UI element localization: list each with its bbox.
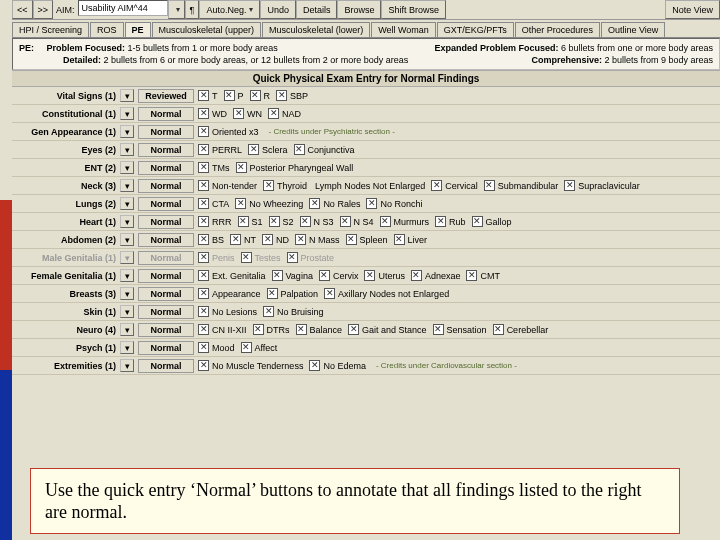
finding-checkbox[interactable]: ✕ (348, 324, 359, 335)
finding-checkbox[interactable]: ✕ (198, 306, 209, 317)
expand-button[interactable]: ▾ (120, 323, 134, 336)
normal-button[interactable]: Normal (138, 269, 194, 283)
normal-button[interactable]: Normal (138, 359, 194, 373)
finding-checkbox[interactable]: ✕ (340, 216, 351, 227)
normal-button[interactable]: Normal (138, 215, 194, 229)
finding-checkbox[interactable]: ✕ (198, 216, 209, 227)
finding-checkbox[interactable]: ✕ (346, 234, 357, 245)
tab-gxt-ekg-pfts[interactable]: GXT/EKG/PFTs (437, 22, 514, 37)
finding-checkbox[interactable]: ✕ (248, 144, 259, 155)
finding-checkbox[interactable]: ✕ (198, 126, 209, 137)
finding-checkbox[interactable]: ✕ (296, 324, 307, 335)
tab-other-procedures[interactable]: Other Procedures (515, 22, 600, 37)
normal-button[interactable]: Normal (138, 107, 194, 121)
finding-checkbox[interactable]: ✕ (484, 180, 495, 191)
tab-ros[interactable]: ROS (90, 22, 124, 37)
finding-checkbox[interactable]: ✕ (198, 252, 209, 263)
details-button[interactable]: Details (296, 0, 338, 19)
finding-checkbox[interactable]: ✕ (295, 234, 306, 245)
finding-checkbox[interactable]: ✕ (198, 90, 209, 101)
finding-checkbox[interactable]: ✕ (262, 234, 273, 245)
finding-checkbox[interactable]: ✕ (198, 342, 209, 353)
finding-checkbox[interactable]: ✕ (366, 198, 377, 209)
finding-checkbox[interactable]: ✕ (324, 288, 335, 299)
finding-checkbox[interactable]: ✕ (236, 162, 247, 173)
finding-checkbox[interactable]: ✕ (230, 234, 241, 245)
finding-checkbox[interactable]: ✕ (431, 180, 442, 191)
finding-checkbox[interactable]: ✕ (198, 234, 209, 245)
finding-checkbox[interactable]: ✕ (198, 360, 209, 371)
tab-pe[interactable]: PE (125, 22, 151, 37)
normal-button[interactable]: Normal (138, 197, 194, 211)
finding-checkbox[interactable]: ✕ (269, 216, 280, 227)
finding-checkbox[interactable]: ✕ (241, 342, 252, 353)
auto-neg-button[interactable]: Auto.Neg. (199, 0, 260, 19)
finding-checkbox[interactable]: ✕ (263, 180, 274, 191)
expand-button[interactable]: ▾ (120, 341, 134, 354)
finding-checkbox[interactable]: ✕ (224, 90, 235, 101)
undo-button[interactable]: Undo (260, 0, 296, 19)
expand-button[interactable]: ▾ (120, 143, 134, 156)
normal-button[interactable]: Normal (138, 125, 194, 139)
finding-checkbox[interactable]: ✕ (287, 252, 298, 263)
finding-checkbox[interactable]: ✕ (241, 252, 252, 263)
normal-button[interactable]: Normal (138, 143, 194, 157)
tab-well-woman[interactable]: Well Woman (371, 22, 436, 37)
finding-checkbox[interactable]: ✕ (493, 324, 504, 335)
finding-checkbox[interactable]: ✕ (319, 270, 330, 281)
normal-button[interactable]: Normal (138, 161, 194, 175)
normal-button[interactable]: Normal (138, 287, 194, 301)
normal-button[interactable]: Normal (138, 251, 194, 265)
finding-checkbox[interactable]: ✕ (198, 198, 209, 209)
expand-button[interactable]: ▾ (120, 107, 134, 120)
finding-checkbox[interactable]: ✕ (380, 216, 391, 227)
finding-checkbox[interactable]: ✕ (198, 270, 209, 281)
expand-button[interactable]: ▾ (120, 233, 134, 246)
finding-checkbox[interactable]: ✕ (276, 90, 287, 101)
finding-checkbox[interactable]: ✕ (267, 288, 278, 299)
expand-button[interactable]: ▾ (120, 251, 134, 264)
expand-button[interactable]: ▾ (120, 215, 134, 228)
aim-dropdown[interactable] (168, 0, 185, 19)
expand-button[interactable]: ▾ (120, 161, 134, 174)
finding-checkbox[interactable]: ✕ (435, 216, 446, 227)
aim-field[interactable]: Usability AIM^44 (78, 0, 168, 16)
finding-checkbox[interactable]: ✕ (235, 198, 246, 209)
finding-checkbox[interactable]: ✕ (238, 216, 249, 227)
expand-button[interactable]: ▾ (120, 269, 134, 282)
expand-button[interactable]: ▾ (120, 197, 134, 210)
finding-checkbox[interactable]: ✕ (198, 180, 209, 191)
browse-button[interactable]: Browse (337, 0, 381, 19)
nav-prev-button[interactable]: << (12, 0, 33, 19)
normal-button[interactable]: Normal (138, 341, 194, 355)
expand-button[interactable]: ▾ (120, 89, 134, 102)
finding-checkbox[interactable]: ✕ (364, 270, 375, 281)
finding-checkbox[interactable]: ✕ (466, 270, 477, 281)
expand-button[interactable]: ▾ (120, 359, 134, 372)
finding-checkbox[interactable]: ✕ (394, 234, 405, 245)
expand-button[interactable]: ▾ (120, 125, 134, 138)
note-view-button[interactable]: Note View (665, 0, 720, 19)
shift-browse-button[interactable]: Shift Browse (381, 0, 446, 19)
tab-musculoskeletal-lower-[interactable]: Musculoskeletal (lower) (262, 22, 370, 37)
finding-checkbox[interactable]: ✕ (272, 270, 283, 281)
finding-checkbox[interactable]: ✕ (309, 198, 320, 209)
tab-hpi-screening[interactable]: HPI / Screening (12, 22, 89, 37)
finding-checkbox[interactable]: ✕ (472, 216, 483, 227)
finding-checkbox[interactable]: ✕ (433, 324, 444, 335)
format-button[interactable]: ¶ (185, 0, 200, 19)
nav-next-button[interactable]: >> (33, 0, 54, 19)
finding-checkbox[interactable]: ✕ (198, 324, 209, 335)
normal-button[interactable]: Normal (138, 305, 194, 319)
normal-button[interactable]: Normal (138, 233, 194, 247)
finding-checkbox[interactable]: ✕ (300, 216, 311, 227)
finding-checkbox[interactable]: ✕ (564, 180, 575, 191)
finding-checkbox[interactable]: ✕ (198, 162, 209, 173)
reviewed-button[interactable]: Reviewed (138, 89, 194, 103)
finding-checkbox[interactable]: ✕ (268, 108, 279, 119)
expand-button[interactable]: ▾ (120, 179, 134, 192)
finding-checkbox[interactable]: ✕ (198, 108, 209, 119)
tab-musculoskeletal-upper-[interactable]: Musculoskeletal (upper) (152, 22, 262, 37)
expand-button[interactable]: ▾ (120, 305, 134, 318)
normal-button[interactable]: Normal (138, 323, 194, 337)
